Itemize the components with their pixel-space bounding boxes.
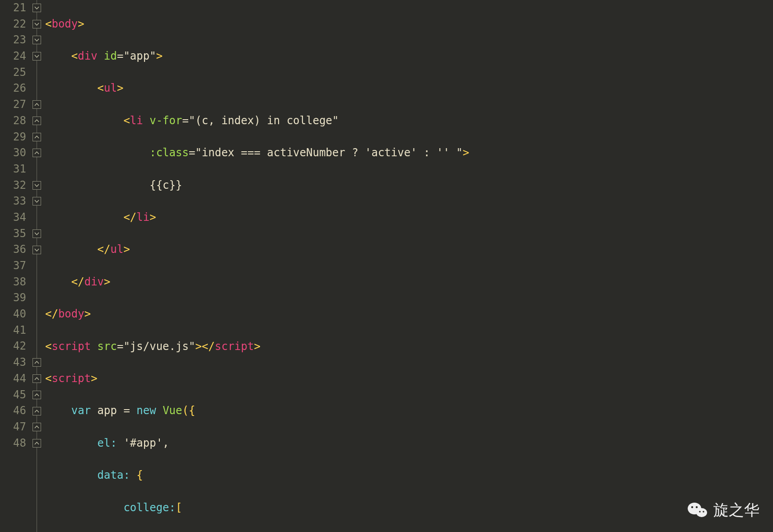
fold-open-icon[interactable]: [33, 52, 41, 61]
fold-close-icon[interactable]: [33, 100, 41, 109]
code-line[interactable]: var app = new Vue({: [45, 403, 469, 419]
line-number: 28: [0, 113, 26, 129]
wechat-icon: [687, 501, 708, 519]
code-editor[interactable]: 21 22 23 24 25 26 27 28 29 30 31 32 33 3…: [0, 0, 773, 532]
fold-close-icon[interactable]: [33, 374, 41, 383]
fold-open-icon[interactable]: [33, 181, 41, 190]
fold-close-icon[interactable]: [33, 439, 41, 448]
code-line[interactable]: <ul>: [45, 80, 469, 97]
code-line[interactable]: </li>: [45, 210, 469, 226]
svg-point-2: [691, 506, 693, 508]
line-number: 32: [0, 177, 26, 194]
svg-point-3: [696, 506, 698, 508]
code-line[interactable]: </ul>: [45, 242, 469, 258]
watermark: 旋之华: [687, 501, 759, 519]
svg-point-5: [703, 511, 704, 513]
line-number: 25: [0, 65, 26, 81]
code-line[interactable]: <script>: [45, 371, 469, 387]
line-number: 40: [0, 306, 26, 322]
line-number: 42: [0, 338, 26, 355]
code-area[interactable]: <body> <div id="app"> <ul> <li v-for="(c…: [43, 0, 469, 532]
line-number: 29: [0, 129, 26, 145]
line-number: 47: [0, 419, 26, 435]
code-line[interactable]: <li v-for="(c, index) in college": [45, 113, 469, 129]
line-number: 24: [0, 48, 26, 65]
code-line[interactable]: </body>: [45, 306, 469, 322]
fold-open-icon[interactable]: [33, 20, 41, 28]
fold-close-icon[interactable]: [33, 133, 41, 141]
fold-open-icon[interactable]: [33, 246, 41, 254]
fold-close-icon[interactable]: [33, 149, 41, 157]
line-number: 38: [0, 274, 26, 290]
code-line[interactable]: el: '#app',: [45, 435, 469, 452]
code-line[interactable]: data: {: [45, 467, 469, 484]
line-number: 43: [0, 355, 26, 371]
line-number: 36: [0, 242, 26, 258]
watermark-text: 旋之华: [713, 502, 759, 518]
fold-close-icon[interactable]: [33, 117, 41, 125]
line-number: 45: [0, 387, 26, 403]
code-line[interactable]: </div>: [45, 274, 469, 290]
fold-open-icon[interactable]: [33, 197, 41, 205]
svg-point-4: [699, 511, 701, 513]
code-line[interactable]: {{c}}: [45, 177, 469, 194]
line-number: 31: [0, 161, 26, 177]
line-number: 44: [0, 371, 26, 387]
line-number-gutter: 21 22 23 24 25 26 27 28 29 30 31 32 33 3…: [0, 0, 31, 532]
line-number: 35: [0, 226, 26, 242]
code-line[interactable]: college:[: [45, 500, 469, 516]
fold-open-icon[interactable]: [33, 36, 41, 44]
line-number: 46: [0, 403, 26, 419]
fold-close-icon[interactable]: [33, 391, 41, 399]
code-line[interactable]: <body>: [45, 16, 469, 33]
line-number: 37: [0, 258, 26, 274]
line-number: 23: [0, 32, 26, 48]
line-number: 41: [0, 322, 26, 339]
line-number: 39: [0, 290, 26, 306]
line-number: 22: [0, 16, 26, 33]
fold-close-icon[interactable]: [33, 407, 41, 415]
fold-open-icon[interactable]: [33, 229, 41, 238]
line-number: 33: [0, 193, 26, 210]
fold-close-icon[interactable]: [33, 358, 41, 367]
code-line[interactable]: <div id="app">: [45, 48, 469, 65]
svg-point-1: [696, 508, 707, 517]
line-number: 26: [0, 80, 26, 97]
fold-close-icon[interactable]: [33, 423, 41, 431]
code-line[interactable]: :class="index === activeNumber ? 'active…: [45, 145, 469, 161]
line-number: 27: [0, 97, 26, 113]
fold-gutter: [31, 0, 43, 532]
line-number: 21: [0, 0, 26, 16]
line-number: 48: [0, 435, 26, 452]
fold-open-icon[interactable]: [33, 4, 41, 12]
line-number: 30: [0, 145, 26, 161]
code-line[interactable]: <script src="js/vue.js"></script>: [45, 339, 469, 355]
line-number: 34: [0, 210, 26, 226]
